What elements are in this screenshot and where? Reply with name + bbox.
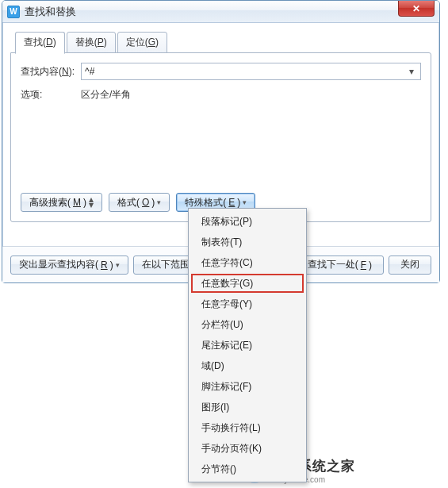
- menu-item-manual-line-break[interactable]: 手动换行符(L): [190, 417, 304, 438]
- menu-item-paragraph-mark[interactable]: 段落标记(P): [190, 211, 304, 232]
- search-row: 查找内容(N): ^# ▾: [21, 63, 421, 80]
- search-value: ^#: [85, 66, 406, 77]
- close-label: 关闭: [400, 258, 419, 271]
- search-label: 查找内容(N):: [21, 65, 81, 79]
- tab-label: 定位(: [126, 37, 148, 48]
- app-icon: W: [7, 6, 20, 18]
- options-value: 区分全/半角: [81, 88, 131, 102]
- tab-hotkey: D: [46, 37, 53, 48]
- find-next-button[interactable]: 查找下一处(F): [296, 256, 384, 275]
- menu-item-field[interactable]: 域(D): [190, 355, 304, 376]
- menu-item-any-digit[interactable]: 任意数字(G): [190, 273, 304, 294]
- menu-item-tab-char[interactable]: 制表符(T): [190, 232, 304, 252]
- advanced-search-button[interactable]: 高级搜索(M) ▴▾: [21, 193, 102, 212]
- tab-label: 查找(: [24, 37, 46, 48]
- updown-icon: ▴▾: [89, 197, 94, 208]
- tab-label-post: ): [104, 37, 107, 48]
- close-button[interactable]: ✕: [398, 1, 435, 17]
- tab-bar: 查找(D) 替换(P) 定位(G): [10, 31, 431, 53]
- tab-label: 替换(: [75, 37, 98, 48]
- tab-find[interactable]: 查找(D): [15, 32, 65, 54]
- window-title: 查找和替换: [25, 5, 76, 19]
- close-icon: ✕: [412, 3, 420, 14]
- menu-item-graphic[interactable]: 图形(I): [190, 397, 304, 417]
- format-button[interactable]: 格式(O) ▾: [109, 193, 170, 212]
- options-row: 选项: 区分全/半角: [21, 88, 421, 102]
- tab-hotkey: G: [148, 37, 155, 48]
- special-format-menu: 段落标记(P) 制表符(T) 任意字符(C) 任意数字(G) 任意字母(Y) 分…: [188, 208, 307, 482]
- search-input[interactable]: ^# ▾: [81, 63, 421, 80]
- tab-goto[interactable]: 定位(G): [117, 32, 167, 54]
- client-area: 查找(D) 替换(P) 定位(G) 查找内容(N): ^# ▾ 选项:: [2, 23, 439, 230]
- tab-label-post: ): [155, 37, 159, 48]
- tab-replace[interactable]: 替换(P): [67, 32, 116, 54]
- menu-item-footnote-mark[interactable]: 脚注标记(F): [190, 376, 304, 397]
- chevron-down-icon: ▾: [243, 198, 247, 206]
- tab-hotkey: P: [98, 37, 104, 48]
- highlight-results-button[interactable]: 突出显示查找内容(R) ▾: [10, 256, 128, 275]
- titlebar[interactable]: W 查找和替换 ✕: [2, 1, 439, 23]
- menu-item-manual-page-break[interactable]: 手动分页符(K): [190, 438, 304, 459]
- chevron-down-icon: ▾: [116, 261, 120, 269]
- chevron-down-icon: ▾: [157, 198, 161, 206]
- options-label: 选项:: [21, 88, 81, 102]
- close-dialog-button[interactable]: 关闭: [389, 256, 431, 275]
- menu-item-section-break[interactable]: 分节符(): [190, 459, 304, 479]
- menu-item-column-break[interactable]: 分栏符(U): [190, 314, 304, 335]
- menu-item-any-char[interactable]: 任意字符(C): [190, 252, 304, 273]
- menu-item-endnote-mark[interactable]: 尾注标记(E): [190, 335, 304, 355]
- chevron-down-icon[interactable]: ▾: [406, 66, 417, 77]
- menu-item-any-letter[interactable]: 任意字母(Y): [190, 294, 304, 314]
- find-panel: 查找内容(N): ^# ▾ 选项: 区分全/半角 高级搜索(M) ▴▾ 格式(O…: [10, 52, 431, 222]
- tab-label-post: ): [53, 37, 56, 48]
